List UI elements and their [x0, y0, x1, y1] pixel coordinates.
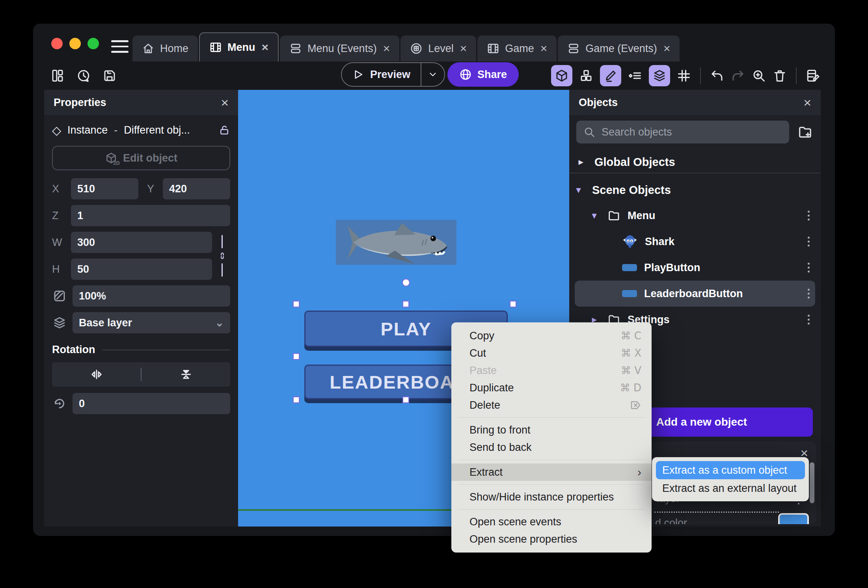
preview-label: Preview [370, 69, 410, 81]
history-icon[interactable] [76, 69, 91, 83]
object-mode-button[interactable] [551, 65, 572, 86]
search-objects-box[interactable] [576, 121, 789, 143]
menu-item-duplicate[interactable]: Duplicate ⌘ D [451, 379, 652, 396]
edit-mode-button[interactable] [600, 65, 621, 86]
menu-item-bring-to-front[interactable]: Bring to front [451, 421, 652, 439]
global-objects-section[interactable]: ▸ Global Objects [569, 151, 821, 173]
zoom-in-icon[interactable] [752, 69, 766, 83]
shark-sprite[interactable] [336, 220, 456, 265]
minimize-window-button[interactable] [69, 38, 81, 49]
selection-handle-top-right[interactable] [510, 301, 516, 307]
flip-vertical-button[interactable] [142, 368, 230, 381]
tab-game-events[interactable]: Game (Events) × [558, 35, 680, 61]
menu-item-paste[interactable]: Paste ⌘ V [451, 362, 652, 379]
menu-item-show-hide-instance-properties[interactable]: Show/Hide instance properties [451, 488, 652, 506]
layers-button[interactable] [649, 65, 670, 86]
tree-item-leaderboardbutton[interactable]: LeaderboardButton [575, 281, 815, 307]
tab-game[interactable]: Game × [477, 35, 557, 61]
menu-item-open-scene-properties[interactable]: Open scene properties [451, 530, 652, 548]
row-menu-icon[interactable] [808, 289, 810, 299]
tab-label: Game [505, 43, 534, 55]
tab-menu[interactable]: Menu × [199, 32, 279, 61]
selection-handle-bottom-left[interactable] [293, 396, 300, 403]
tab-close-icon[interactable]: × [663, 43, 671, 54]
layer-icon [52, 316, 67, 330]
undo-icon[interactable] [710, 69, 724, 83]
opacity-field[interactable]: 100% [73, 285, 230, 307]
angle-field[interactable]: 0 [73, 393, 230, 414]
unlock-icon[interactable] [218, 124, 230, 136]
instance-icon: ◇ [52, 123, 61, 137]
tab-level[interactable]: Level × [400, 35, 476, 61]
grid-icon[interactable] [677, 69, 691, 83]
x-field[interactable]: 510 [71, 178, 138, 199]
close-icon[interactable]: × [803, 96, 811, 109]
toolbar-right-group [551, 61, 820, 90]
menu-item-cut[interactable]: Cut ⌘ X [451, 344, 652, 362]
tab-close-icon[interactable]: × [459, 43, 467, 54]
trash-icon[interactable] [773, 69, 787, 83]
row-menu-icon[interactable] [808, 263, 810, 273]
selection-handle-top-left[interactable] [293, 301, 300, 307]
tab-home[interactable]: Home [132, 35, 198, 61]
tab-label: Menu (Events) [307, 43, 377, 55]
search-input[interactable] [602, 126, 751, 138]
instances-icon[interactable] [579, 69, 593, 83]
menu-item-open-scene-events[interactable]: Open scene events [451, 513, 652, 530]
close-window-button[interactable] [51, 38, 63, 49]
preview-button[interactable]: Preview [342, 63, 421, 86]
scene-icon [209, 41, 222, 54]
row-menu-icon[interactable] [808, 237, 810, 247]
scene-properties-icon[interactable] [806, 69, 820, 83]
y-field[interactable]: 420 [163, 178, 230, 199]
flip-horizontal-button[interactable] [52, 368, 141, 381]
opacity-icon [52, 289, 67, 303]
layer-select[interactable]: Base layer ⌄ [73, 312, 230, 333]
chain-link-icon [217, 251, 227, 261]
properties-title: Properties [54, 97, 106, 109]
height-field[interactable]: 50 [71, 259, 212, 280]
selection-handle-mid-left[interactable] [293, 353, 300, 360]
panels-layout-icon[interactable] [50, 69, 65, 83]
width-field[interactable]: 300 [71, 232, 212, 253]
link-dimensions-toggle[interactable] [217, 235, 227, 277]
edit-object-button[interactable]: 2D Edit object [52, 146, 230, 170]
tab-close-icon[interactable]: × [261, 41, 269, 53]
redo-icon[interactable] [731, 69, 745, 83]
share-button[interactable]: Share [447, 62, 519, 87]
tree-item-shark[interactable]: Shark [569, 229, 821, 255]
rotate-handle[interactable] [402, 279, 410, 287]
background-color-swatch[interactable] [778, 513, 809, 524]
preview-button-group: Preview [341, 62, 445, 87]
save-icon[interactable] [102, 69, 117, 83]
menu-item-copy[interactable]: Copy ⌘ C [451, 327, 652, 344]
menu-item-delete[interactable]: Delete [451, 396, 652, 414]
tree-item-menu-folder[interactable]: ▾ Menu [569, 203, 821, 229]
row-menu-icon[interactable] [808, 211, 810, 221]
submenu-item-extract-custom-object[interactable]: Extract as a custom object [656, 461, 805, 479]
close-icon[interactable]: × [221, 96, 229, 109]
scrollbar[interactable] [810, 462, 814, 503]
chevron-down-icon: ▾ [592, 210, 600, 221]
instances-list-icon[interactable] [628, 69, 642, 83]
preview-options-button[interactable] [421, 63, 444, 86]
add-folder-icon[interactable] [797, 124, 813, 140]
z-field[interactable]: 1 [71, 205, 230, 226]
tab-menu-events[interactable]: Menu (Events) × [280, 35, 399, 61]
row-menu-icon[interactable] [808, 315, 810, 325]
globe-icon [459, 68, 472, 81]
maximize-window-button[interactable] [88, 38, 99, 49]
menu-item-extract[interactable]: Extract › [451, 463, 652, 481]
selection-handle-bottom-center[interactable] [402, 396, 409, 403]
tab-bar: Home Menu × Menu (Events) × Level × [132, 32, 680, 61]
layers-icon [652, 69, 667, 83]
selection-handle-top-center[interactable] [402, 301, 409, 307]
tree-item-playbutton[interactable]: PlayButton [569, 255, 821, 281]
tab-close-icon[interactable]: × [540, 43, 548, 54]
menu-item-send-to-back[interactable]: Send to back [451, 439, 652, 456]
tab-close-icon[interactable]: × [382, 43, 390, 54]
main-menu-icon[interactable] [111, 40, 129, 53]
scene-objects-section[interactable]: ▾ Scene Objects [569, 179, 821, 201]
chevron-down-icon: ▾ [576, 185, 584, 195]
submenu-item-extract-external-layout[interactable]: Extract as an external layout [656, 479, 805, 497]
